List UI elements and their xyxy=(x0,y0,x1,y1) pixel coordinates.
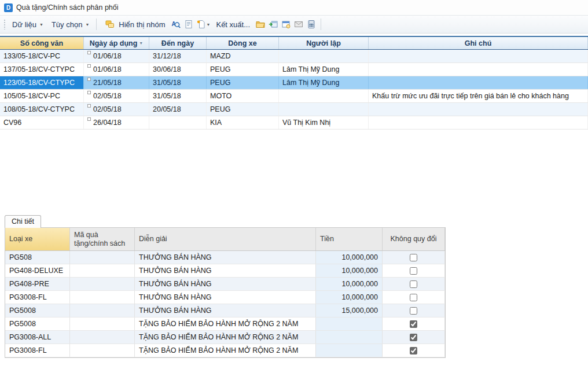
cell-ma-qua-tang[interactable] xyxy=(70,331,135,344)
cell-ngay-ap-dung[interactable]: 21/05/18 xyxy=(84,76,149,89)
menu-tuy-chon[interactable]: Tùy chọn ▼ xyxy=(47,18,93,31)
cell-nguoi-lap[interactable] xyxy=(279,103,369,116)
table-row[interactable]: PG5008 THƯỞNG BÁN HÀNG 15,000,000 xyxy=(5,304,445,317)
cell-loai-xe[interactable]: PG3008-ALL xyxy=(5,331,70,344)
cell-ma-qua-tang[interactable] xyxy=(70,278,135,290)
cell-den-ngay[interactable]: 30/06/18 xyxy=(149,63,207,76)
cell-so-cong-van[interactable]: 133/05-18/CV-PC xyxy=(0,50,84,62)
cell-tien[interactable]: 10,000,000 xyxy=(316,278,383,290)
table-row[interactable]: 133/05-18/CV-PC 01/06/18 31/12/18 MAZD xyxy=(0,50,588,63)
cell-loai-xe[interactable]: PG408-PRE xyxy=(5,278,70,290)
cell-den-ngay[interactable]: 31/05/18 xyxy=(149,76,207,89)
cell-nguoi-lap[interactable] xyxy=(279,90,369,102)
cell-ghi-chu[interactable] xyxy=(369,116,588,129)
cell-den-ngay[interactable] xyxy=(149,116,207,129)
cell-dong-xe[interactable]: PEUG xyxy=(207,63,279,76)
cell-ghi-chu[interactable] xyxy=(369,103,588,116)
cell-loai-xe[interactable]: PG5008 xyxy=(5,304,70,317)
cell-dien-giai[interactable]: THƯỞNG BÁN HÀNG xyxy=(135,251,316,264)
khong-quy-doi-checkbox[interactable] xyxy=(410,267,417,275)
table-row[interactable]: 108/05-18/CV-CTYPC 02/05/18 20/05/18 PEU… xyxy=(0,103,588,116)
cell-dong-xe[interactable]: KIA xyxy=(207,116,279,129)
cell-ghi-chu[interactable] xyxy=(369,63,588,76)
cell-tien[interactable] xyxy=(316,344,383,357)
cell-tien[interactable]: 10,000,000 xyxy=(316,251,383,264)
cell-dong-xe[interactable]: MOTO xyxy=(207,90,279,102)
cell-ngay-ap-dung[interactable]: 01/06/18 xyxy=(84,50,149,62)
table-row[interactable]: PG3008-FL THƯỞNG BÁN HÀNG 10,000,000 xyxy=(5,291,445,304)
cell-dien-giai[interactable]: TẶNG BẢO HIỂM BẢO HÀNH MỞ RỘNG 2 NĂM xyxy=(135,344,316,357)
column-header-so-cong-van[interactable]: Số công văn xyxy=(0,37,84,49)
open-folder-button[interactable] xyxy=(254,17,267,31)
cell-ghi-chu[interactable]: Khấu trừ mức ưu đãi trực tiếp trên giá b… xyxy=(369,90,588,102)
khong-quy-doi-checkbox[interactable] xyxy=(410,334,417,341)
cell-so-cong-van[interactable]: 108/05-18/CV-CTYPC xyxy=(0,103,84,116)
cell-dong-xe[interactable]: PEUG xyxy=(207,76,279,89)
cell-so-cong-van[interactable]: CV96 xyxy=(0,116,84,129)
table-row[interactable]: PG408-DELUXE THƯỞNG BÁN HÀNG 10,000,000 xyxy=(5,264,445,278)
cell-nguoi-lap[interactable]: Lâm Thị Mỹ Dung xyxy=(279,76,369,89)
table-row[interactable]: PG3008-FL TẶNG BẢO HIỂM BẢO HÀNH MỞ RỘNG… xyxy=(5,344,445,357)
cell-den-ngay[interactable]: 20/05/18 xyxy=(149,103,207,116)
khong-quy-doi-checkbox[interactable] xyxy=(410,307,417,315)
cell-so-cong-van[interactable]: 105/05-18/CV-PC xyxy=(0,90,84,102)
cell-dien-giai[interactable]: THƯỞNG BÁN HÀNG xyxy=(135,304,316,317)
cell-tien[interactable] xyxy=(316,331,383,344)
cell-ngay-ap-dung[interactable]: 26/04/18 xyxy=(84,116,149,129)
column-header-ghi-chu[interactable]: Ghi chú xyxy=(369,37,588,49)
cell-so-cong-van[interactable]: 137/05-18/CV-CTYPC xyxy=(0,63,84,76)
cell-so-cong-van-focused[interactable]: 123/05-18/CV-CTYPC xyxy=(0,76,84,89)
cell-dien-giai[interactable]: THƯỞNG BÁN HÀNG xyxy=(135,278,316,290)
mail-button[interactable] xyxy=(292,17,305,31)
cell-den-ngay[interactable]: 31/12/18 xyxy=(149,50,207,62)
column-header-tien[interactable]: Tiền xyxy=(316,228,383,250)
export-table-button[interactable] xyxy=(267,17,280,31)
khong-quy-doi-checkbox[interactable] xyxy=(410,294,417,301)
cell-dong-xe[interactable]: PEUG xyxy=(207,103,279,116)
column-header-ngay-ap-dung[interactable]: Ngày áp dụng ▼ xyxy=(84,37,149,49)
table-row[interactable]: PG3008-ALL TẶNG BẢO HIỂM BẢO HÀNH MỞ RỘN… xyxy=(5,331,445,344)
tab-chi-tiet[interactable]: Chi tiết xyxy=(5,215,41,228)
cell-den-ngay[interactable]: 31/05/18 xyxy=(149,90,207,102)
cell-nguoi-lap[interactable]: Vũ Thị Kim Nhị xyxy=(279,116,369,129)
cell-ghi-chu[interactable] xyxy=(369,76,588,89)
table-row[interactable]: PG408-PRE THƯỞNG BÁN HÀNG 10,000,000 xyxy=(5,278,445,291)
cell-nguoi-lap[interactable]: Lâm Thị Mỹ Dung xyxy=(279,63,369,76)
cell-dong-xe[interactable]: MAZD xyxy=(207,50,279,62)
cell-loai-xe[interactable]: PG5008 xyxy=(5,317,70,330)
print-preview-button[interactable] xyxy=(182,17,195,31)
calculator-button[interactable] xyxy=(305,17,318,31)
cell-ngay-ap-dung[interactable]: 01/06/18 xyxy=(84,63,149,76)
menu-du-lieu[interactable]: Dữ liệu ▼ xyxy=(8,18,47,31)
column-header-dien-giai[interactable]: Diễn giải xyxy=(135,228,316,250)
cell-dien-giai[interactable]: TẶNG BẢO HIỂM BẢO HÀNH MỞ RỘNG 2 NĂM xyxy=(135,331,316,344)
cell-dien-giai[interactable]: THƯỞNG BÁN HÀNG xyxy=(135,264,316,277)
column-header-khong-quy-doi[interactable]: Không quy đổi xyxy=(383,228,445,250)
cell-tien[interactable] xyxy=(316,317,383,330)
new-document-button[interactable]: ▼ xyxy=(195,17,212,31)
column-header-nguoi-lap[interactable]: Người lập xyxy=(279,37,369,49)
cell-dien-giai[interactable]: THƯỞNG BÁN HÀNG xyxy=(135,291,316,304)
khong-quy-doi-checkbox[interactable] xyxy=(410,320,417,328)
table-row[interactable]: CV96 26/04/18 KIA Vũ Thị Kim Nhị xyxy=(0,116,588,130)
find-button[interactable]: A xyxy=(170,17,182,31)
cell-ma-qua-tang[interactable] xyxy=(70,317,135,330)
table-row[interactable]: 105/05-18/CV-PC 02/05/18 31/05/18 MOTO K… xyxy=(0,90,588,103)
cell-dien-giai[interactable]: TẶNG BẢO HIỂM BẢO HÀNH MỞ RỘNG 2 NĂM xyxy=(135,317,316,330)
cell-ma-qua-tang[interactable] xyxy=(70,304,135,317)
khong-quy-doi-checkbox[interactable] xyxy=(410,347,417,354)
cell-ghi-chu[interactable] xyxy=(369,50,588,62)
export-button[interactable]: Kết xuất... xyxy=(212,18,254,31)
cell-loai-xe[interactable]: PG3008-FL xyxy=(5,344,70,357)
show-group-button[interactable]: Hiển thị nhóm xyxy=(100,15,169,34)
column-header-ma-qua-tang[interactable]: Mã quà tặng/chính sách xyxy=(70,228,135,250)
cell-ngay-ap-dung[interactable]: 02/05/18 xyxy=(84,103,149,116)
cell-tien[interactable]: 10,000,000 xyxy=(316,264,383,277)
column-header-dong-xe[interactable]: Dòng xe xyxy=(207,37,279,49)
cell-loai-xe[interactable]: PG508 xyxy=(5,251,70,264)
cell-ma-qua-tang[interactable] xyxy=(70,251,135,264)
window-button[interactable] xyxy=(280,17,292,31)
cell-ma-qua-tang[interactable] xyxy=(70,344,135,357)
cell-tien[interactable]: 10,000,000 xyxy=(316,291,383,304)
table-row[interactable]: 137/05-18/CV-CTYPC 01/06/18 30/06/18 PEU… xyxy=(0,63,588,76)
